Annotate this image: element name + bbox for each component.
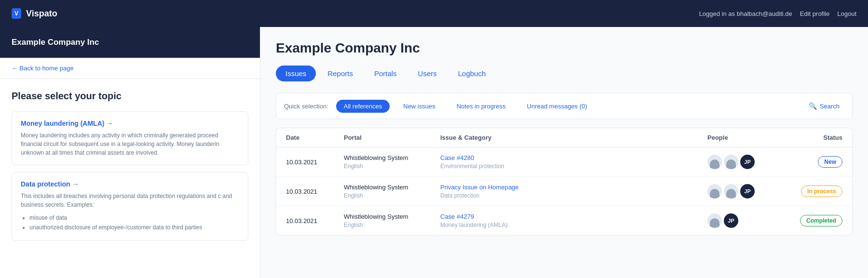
topic-card-desc-0: Money laundering includes any activity i… [21, 131, 239, 157]
th-issue-category: Issue & Category [440, 134, 707, 141]
left-company-name: Example Company Inc [12, 38, 99, 47]
th-date: Date [286, 134, 344, 141]
filter-row: Quick selection: All references New issu… [276, 93, 853, 119]
avatar-person-2a [707, 213, 722, 228]
left-panel: Example Company Inc ← Back to home page … [0, 27, 260, 278]
cell-issue-0: Case #4280 Environmental protection [440, 154, 707, 170]
issues-table: Date Portal Issue & Category People Stat… [276, 128, 853, 236]
table-row: 10.03.2021 Whistleblowing System English… [276, 177, 852, 206]
top-navigation: V Vispato Logged in as bhalbach@auditi.d… [0, 0, 868, 27]
avatar-person-0b [724, 155, 738, 169]
main-tabs: Issues Reports Portals Users Logbuch [276, 66, 853, 81]
main-wrapper: Example Company Inc ← Back to home page … [0, 27, 868, 278]
tab-portals[interactable]: Portals [365, 66, 407, 81]
back-to-home-link[interactable]: ← Back to home page [0, 58, 260, 79]
chip-new-issues[interactable]: New issues [395, 100, 443, 113]
table-row: 10.03.2021 Whistleblowing System English… [276, 147, 852, 177]
cell-people-2: JP [707, 213, 785, 228]
th-portal: Portal [344, 134, 440, 141]
bullet-1: misuse of data [29, 213, 239, 223]
cell-portal-2: Whistleblowing System English [344, 213, 440, 228]
tab-issues[interactable]: Issues [276, 66, 316, 81]
logged-in-label: Logged in as bhalbach@auditi.de [699, 10, 792, 17]
cell-date-0: 10.03.2021 [286, 159, 344, 166]
status-badge-2: Completed [800, 215, 842, 226]
bullet-2: unauthorized disclosure of employee-/cus… [29, 223, 239, 232]
cell-status-1: In process [785, 185, 842, 197]
search-button[interactable]: 🔍 Search [804, 99, 844, 113]
topic-bullets-1: misuse of data unauthorized disclosure o… [21, 213, 239, 233]
cell-people-0: JP [707, 155, 785, 169]
case-link-0[interactable]: Case #4280 [440, 154, 707, 161]
case-link-2[interactable]: Case #4279 [440, 213, 707, 220]
cell-status-2: Completed [785, 215, 842, 226]
vispato-logo-icon: V [12, 8, 21, 19]
cell-issue-1: Privacy Issue on Homepage Data protectio… [440, 184, 707, 199]
cell-issue-2: Case #4279 Money laundering (AMLA) [440, 213, 707, 228]
avatar-jp-0: JP [740, 155, 755, 169]
table-header: Date Portal Issue & Category People Stat… [276, 128, 852, 147]
avatar-jp-2: JP [724, 213, 738, 228]
chip-notes-in-progress[interactable]: Notes in progress [449, 100, 514, 113]
topic-card-title-1: Data protection → [21, 180, 239, 188]
left-panel-header: Example Company Inc [0, 27, 260, 58]
chip-all-references[interactable]: All references [336, 100, 390, 113]
tab-reports[interactable]: Reports [318, 66, 363, 81]
case-link-1[interactable]: Privacy Issue on Homepage [440, 184, 707, 191]
chip-unread-messages[interactable]: Unread messages (0) [519, 100, 595, 113]
cell-date-1: 10.03.2021 [286, 188, 344, 195]
topic-selection-area: Please select your topic Money launderin… [0, 79, 260, 259]
tab-logbuch[interactable]: Logbuch [448, 66, 496, 81]
avatar-person-1b [724, 184, 738, 199]
avatar-jp-1: JP [740, 184, 755, 199]
avatar-person-0a [707, 155, 722, 169]
avatar-person-1a [707, 184, 722, 199]
topic-card-title-0: Money laundering (AMLA) → [21, 119, 239, 127]
select-topic-title: Please select your topic [12, 91, 248, 102]
logout-link[interactable]: Logout [837, 10, 856, 17]
search-icon: 🔍 [809, 102, 817, 110]
status-badge-0: New [818, 156, 842, 168]
cell-portal-1: Whistleblowing System English [344, 184, 440, 199]
status-badge-1: In process [801, 185, 842, 197]
nav-brand: V Vispato [12, 8, 57, 19]
company-title: Example Company Inc [276, 40, 853, 56]
cell-date-2: 10.03.2021 [286, 217, 344, 225]
topic-card-data-protection[interactable]: Data protection → This includes all brea… [12, 172, 248, 241]
quick-selection-label: Quick selection: [284, 103, 328, 110]
cell-portal-0: Whistleblowing System English [344, 154, 440, 170]
app-name: Vispato [26, 9, 57, 19]
topic-card-desc-1: This includes all breaches involving per… [21, 192, 239, 209]
nav-user-area: Logged in as bhalbach@auditi.de Edit pro… [699, 10, 856, 17]
right-panel: Example Company Inc Issues Reports Porta… [260, 27, 868, 278]
tab-users[interactable]: Users [408, 66, 447, 81]
edit-profile-link[interactable]: Edit profile [800, 10, 829, 17]
cell-status-0: New [785, 156, 842, 168]
table-row: 10.03.2021 Whistleblowing System English… [276, 206, 852, 235]
th-people: People [707, 134, 785, 141]
topic-card-money-laundering[interactable]: Money laundering (AMLA) → Money launderi… [12, 111, 248, 165]
th-status: Status [785, 134, 842, 141]
cell-people-1: JP [707, 184, 785, 199]
